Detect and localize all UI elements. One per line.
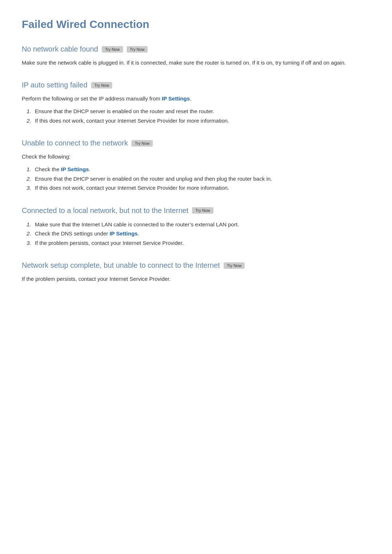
section-setup-complete: Network setup complete, but unable to co… <box>22 261 370 283</box>
section-list-ip-auto: Ensure that the DHCP server is enabled o… <box>33 107 370 125</box>
section-header-no-cable: No network cable found Try Now Try Now <box>22 45 370 53</box>
section-title-ip-auto: IP auto setting failed <box>22 81 87 89</box>
section-list-unable-connect: Check the IP Settings. Ensure that the D… <box>33 165 370 193</box>
ip-settings-link-2[interactable]: IP Settings <box>61 166 89 172</box>
list-item: Ensure that the DHCP server is enabled o… <box>33 174 370 184</box>
section-local-network: Connected to a local network, but not to… <box>22 206 370 248</box>
list-item: Check the DNS settings under IP Settings… <box>33 229 370 238</box>
description-text-prefix: Perform the following or set the IP addr… <box>22 95 162 102</box>
section-title-unable-connect: Unable to connect to the network <box>22 139 128 147</box>
section-no-cable: No network cable found Try Now Try Now M… <box>22 45 370 67</box>
try-now-button-no-cable-1[interactable]: Try Now <box>102 46 123 53</box>
try-now-button-unable-connect[interactable]: Try Now <box>131 140 153 147</box>
try-now-button-local-network[interactable]: Try Now <box>192 207 213 214</box>
list-item: If this does not work, contact your Inte… <box>33 116 370 126</box>
try-now-button-setup-complete[interactable]: Try Now <box>224 262 245 269</box>
section-title-local-network: Connected to a local network, but not to… <box>22 206 188 215</box>
description-text-suffix: . <box>190 95 191 102</box>
list-item: Make sure that the Internet LAN cable is… <box>33 220 370 229</box>
section-header-local-network: Connected to a local network, but not to… <box>22 206 370 215</box>
section-ip-auto: IP auto setting failed Try Now Perform t… <box>22 81 370 125</box>
section-unable-connect: Unable to connect to the network Try Now… <box>22 139 370 193</box>
list-item-suffix: . <box>89 166 90 172</box>
section-header-unable-connect: Unable to connect to the network Try Now <box>22 139 370 147</box>
section-intro-unable-connect: Check the following: <box>22 152 370 161</box>
ip-settings-link-3[interactable]: IP Settings <box>110 230 138 237</box>
list-item: If this does not work, contact your Inte… <box>33 183 370 193</box>
try-now-button-no-cable-2[interactable]: Try Now <box>127 46 148 53</box>
section-description-setup-complete: If the problem persists, contact your In… <box>22 275 370 283</box>
list-item: If the problem persists, contact your In… <box>33 238 370 248</box>
list-item-prefix: Check the <box>35 166 61 172</box>
page-title: Failed Wired Connection <box>22 18 370 30</box>
ip-settings-link-1[interactable]: IP Settings <box>162 95 190 102</box>
section-header-ip-auto: IP auto setting failed Try Now <box>22 81 370 89</box>
list-item-suffix: . <box>138 230 139 237</box>
list-item-prefix: Check the DNS settings under <box>35 230 110 237</box>
section-description-ip-auto: Perform the following or set the IP addr… <box>22 94 370 103</box>
section-list-local-network: Make sure that the Internet LAN cable is… <box>33 220 370 248</box>
section-title-setup-complete: Network setup complete, but unable to co… <box>22 261 220 270</box>
try-now-button-ip-auto[interactable]: Try Now <box>91 82 113 89</box>
list-item: Check the IP Settings. <box>33 165 370 174</box>
list-item: Ensure that the DHCP server is enabled o… <box>33 107 370 116</box>
section-title-no-cable: No network cable found <box>22 45 98 53</box>
section-description-no-cable: Make sure the network cable is plugged i… <box>22 58 370 67</box>
section-header-setup-complete: Network setup complete, but unable to co… <box>22 261 370 270</box>
